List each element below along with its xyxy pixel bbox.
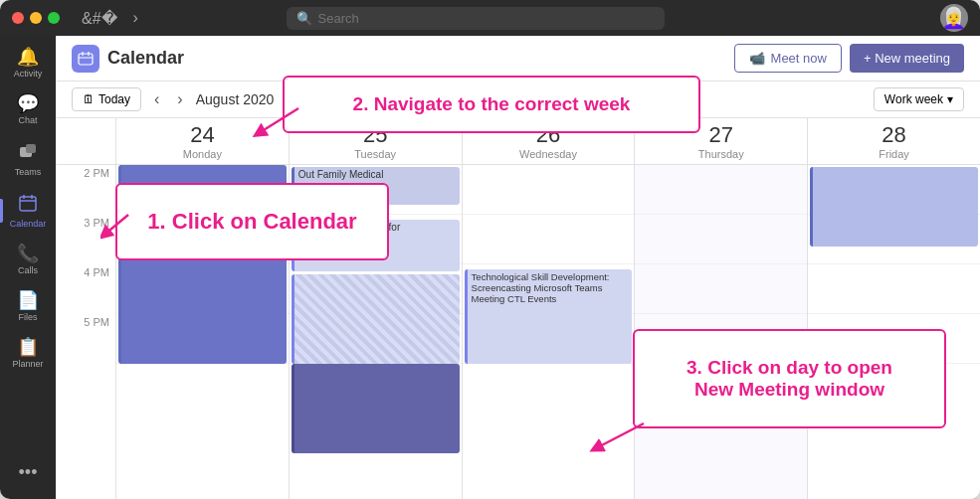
calendar-icon — [72, 45, 99, 73]
sidebar: 🔔 Activity 💬 Chat Teams — [0, 36, 56, 499]
hour-line — [463, 165, 635, 215]
new-meeting-button[interactable]: + New meeting — [850, 44, 964, 73]
avatar-image: 👩‍🦳 — [941, 6, 966, 30]
calendar-sidebar-icon — [18, 193, 38, 216]
time-4pm: 4 PM — [56, 264, 115, 314]
main-content: Calendar 📹 Meet now + New meeting 🗓 Toda — [56, 36, 980, 499]
sidebar-item-teams[interactable]: Teams — [0, 133, 56, 185]
arrow-step1 — [100, 205, 130, 245]
svg-rect-6 — [79, 54, 93, 65]
view-label: Work week — [884, 92, 943, 106]
calendar-title: Calendar — [107, 48, 184, 69]
nav-arrows: &#� › — [76, 7, 144, 30]
sidebar-item-planner[interactable]: 📋 Planner — [0, 330, 56, 377]
next-week-button[interactable]: › — [172, 88, 187, 110]
avatar: 👩‍🦳 — [940, 4, 968, 32]
event-purple[interactable] — [292, 364, 460, 453]
svg-line-12 — [596, 423, 644, 448]
sidebar-item-calendar[interactable]: Calendar — [0, 185, 56, 237]
view-selector[interactable]: Work week ▾ — [874, 87, 964, 111]
svg-line-11 — [259, 108, 298, 133]
annotation-step3: 3. Click on day to open New Meeting wind… — [633, 329, 946, 428]
sidebar-item-activity[interactable]: 🔔 Activity — [0, 40, 56, 86]
prev-week-button[interactable]: ‹ — [149, 88, 164, 110]
activity-icon: 🔔 — [17, 48, 39, 66]
calls-icon: 📞 — [17, 245, 39, 262]
search-icon: 🔍 — [296, 11, 312, 26]
hour-line — [808, 264, 980, 314]
time-5pm: 5 PM — [56, 314, 115, 364]
app-window: &#� › 🔍 👩‍🦳 🔔 Activity 💬 Chat — [0, 0, 980, 499]
search-bar[interactable]: 🔍 — [287, 7, 665, 30]
event-friday[interactable] — [810, 167, 978, 247]
calendar-grid: 24 Monday 25 Tuesday 26 Wednesday 27 Thu… — [56, 118, 980, 499]
minimize-button[interactable] — [30, 12, 42, 24]
maximize-button[interactable] — [48, 12, 60, 24]
arrow-step3 — [588, 418, 648, 458]
back-arrow[interactable]: &#� — [76, 7, 123, 30]
teams-icon — [18, 141, 38, 164]
day-col-fri: 28 Friday — [807, 118, 980, 164]
app-body: 🔔 Activity 💬 Chat Teams — [0, 36, 980, 499]
event-tech-skill[interactable]: Technological Skill Development: Screenc… — [465, 269, 633, 364]
close-button[interactable] — [12, 12, 24, 24]
hour-line — [635, 264, 807, 314]
hour-line — [463, 215, 635, 264]
meet-now-button[interactable]: 📹 Meet now — [734, 44, 842, 73]
hour-line — [635, 215, 807, 264]
more-apps-button[interactable]: ••• — [19, 462, 38, 483]
forward-arrow[interactable]: › — [127, 7, 144, 30]
svg-rect-1 — [26, 144, 36, 153]
annotation-step1: 1. Click on Calendar — [115, 183, 389, 260]
sidebar-item-calls[interactable]: 📞 Calls — [0, 237, 56, 283]
header-actions: 📹 Meet now + New meeting — [734, 44, 964, 73]
planner-icon: 📋 — [17, 338, 39, 356]
svg-rect-2 — [20, 197, 36, 211]
calendar-title-wrap: Calendar — [72, 45, 184, 73]
chevron-down-icon: ▾ — [947, 92, 953, 106]
annotation-step2: 2. Navigate to the correct week — [283, 76, 700, 133]
today-icon: 🗓 — [83, 92, 95, 106]
today-button[interactable]: 🗓 Today — [72, 87, 141, 111]
arrow-step2 — [251, 103, 300, 143]
search-input[interactable] — [318, 11, 655, 26]
chat-icon: 💬 — [17, 94, 39, 112]
files-icon: 📄 — [17, 291, 39, 309]
time-gutter — [56, 118, 115, 164]
traffic-lights — [12, 12, 60, 24]
sidebar-item-files[interactable]: 📄 Files — [0, 283, 56, 330]
svg-line-10 — [104, 215, 128, 235]
video-icon: 📹 — [749, 51, 765, 66]
sidebar-item-chat[interactable]: 💬 Chat — [0, 86, 56, 133]
event-striped[interactable] — [292, 274, 460, 364]
hour-line — [635, 165, 807, 215]
titlebar: &#� › 🔍 👩‍🦳 — [0, 0, 980, 36]
